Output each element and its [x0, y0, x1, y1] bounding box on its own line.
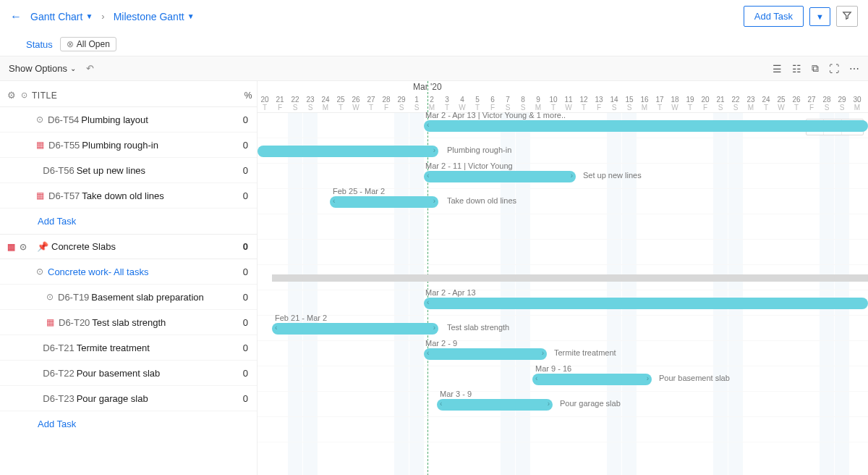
task-pct: 0: [243, 241, 248, 252]
task-pct: 0: [243, 140, 248, 151]
gantt-bar[interactable]: ‹›: [272, 323, 438, 335]
bar-label: Termite treatment: [554, 348, 616, 357]
task-pct: 0: [243, 292, 248, 303]
task-code: D6-T19: [58, 292, 89, 303]
status-pill[interactable]: ⊗All Open: [60, 37, 116, 51]
task-list-header: ⚙ ⊙ TITLE %: [0, 81, 257, 107]
task-row[interactable]: · D6-T22 Pour basement slab 0: [0, 361, 257, 386]
breadcrumb-gantt-chart[interactable]: Gantt Chart ▼: [30, 11, 93, 22]
task-row[interactable]: ▦ D6-T57 Take down old lines 0: [0, 183, 257, 209]
gantt-bar[interactable]: ‹›: [424, 171, 576, 182]
bar-label: Set up new lines: [583, 171, 642, 180]
task-pct: 0: [243, 342, 248, 353]
task-pct: 0: [243, 266, 248, 277]
task-pct: 0: [243, 114, 248, 125]
gantt-body: Mar 2 - Apr 13 | Victor Young & 1 more..…: [258, 113, 868, 475]
bar-label: Mar 2 - 9: [425, 339, 457, 348]
title-column-header: TITLE: [32, 91, 57, 101]
task-code: D6-T20: [59, 317, 90, 328]
bar-label: Plumbing rough-in: [447, 146, 511, 154]
settings-icon[interactable]: ⚙: [7, 90, 17, 101]
breadcrumb-item1-label: Gantt Chart: [30, 11, 82, 22]
section-row[interactable]: ▦ ⊙ 📌 Concrete Slabs 0: [0, 234, 257, 259]
task-row[interactable]: ⊙ Concrete work- All tasks 0: [0, 259, 257, 285]
view-option-1-icon[interactable]: ☰: [773, 63, 782, 75]
task-code: D6-T54: [48, 114, 79, 125]
fullscreen-icon[interactable]: ⛶: [829, 63, 839, 75]
task-row[interactable]: ▦ D6-T20 Test slab strength 0: [0, 310, 257, 335]
task-row[interactable]: · D6-T21 Termite treatment 0: [0, 335, 257, 361]
show-options-label: Show Options: [9, 63, 67, 74]
task-title: Basement slab preparation: [91, 292, 203, 303]
filter-button[interactable]: [836, 6, 858, 27]
gantt-timeline[interactable]: Mar '20 20T21F22S23S24M25T26W27T28F29S1S…: [258, 81, 868, 475]
month-header: Mar '20: [258, 81, 868, 96]
task-pct: 0: [243, 393, 248, 404]
task-title[interactable]: Concrete work- All tasks: [48, 266, 148, 277]
chevron-icon[interactable]: ⊙: [36, 266, 43, 277]
task-code: D6-T57: [48, 190, 80, 201]
bar-label: Mar 2 - Apr 13 | Victor Young & 1 more..: [425, 111, 566, 119]
gantt-bar[interactable]: ‹›: [437, 399, 553, 411]
bar-label: Mar 2 - Apr 13: [425, 288, 476, 297]
task-pct: 0: [243, 317, 248, 328]
bar-label: Feb 21 - Mar 2: [275, 314, 327, 322]
task-pct: 0: [243, 368, 248, 379]
task-pct: 0: [243, 190, 248, 201]
collapse-icon[interactable]: ⊙: [21, 91, 28, 100]
task-row[interactable]: ▦ D6-T55 Plumbing rough-in 0: [0, 133, 257, 158]
view-option-2-icon[interactable]: ☷: [792, 63, 801, 75]
calendar-icon: ▦: [36, 190, 44, 201]
close-icon[interactable]: ⊗: [67, 39, 74, 49]
status-label[interactable]: Status: [26, 39, 53, 50]
add-task-link[interactable]: Add Task: [0, 411, 257, 437]
gantt-summary-bar[interactable]: [272, 274, 868, 282]
chevron-icon[interactable]: ⊙: [36, 114, 43, 125]
task-row[interactable]: ⊙ D6-T54 Plumbing layout 0: [0, 107, 257, 133]
chart-option-icon[interactable]: ⧉: [812, 62, 819, 75]
gantt-bar[interactable]: ‹›: [532, 374, 652, 385]
breadcrumb-milestone-gantt[interactable]: Milestone Gantt ▼: [114, 11, 195, 22]
task-row[interactable]: · D6-T56 Set up new lines 0: [0, 158, 257, 183]
breadcrumb-separator-icon: ›: [101, 11, 104, 22]
gantt-bar[interactable]: ‹: [424, 120, 868, 132]
gantt-bar[interactable]: ‹›: [424, 348, 547, 360]
pin-icon: 📌: [37, 241, 48, 252]
bar-label: Mar 3 - 9: [440, 390, 472, 398]
collapse-icon[interactable]: ⊙: [20, 242, 27, 252]
gantt-bar[interactable]: ‹: [424, 298, 868, 309]
undo-icon[interactable]: ↶: [86, 63, 94, 74]
status-pill-label: All Open: [77, 39, 110, 49]
calendar-icon: ▦: [36, 140, 44, 150]
task-title: Take down old lines: [82, 190, 163, 201]
gantt-bar[interactable]: ›: [258, 146, 438, 157]
task-title: Plumbing rough-in: [82, 140, 158, 151]
gantt-bar[interactable]: ‹›: [330, 196, 438, 208]
bar-label: Test slab strength: [447, 323, 509, 332]
task-row[interactable]: ⊙ D6-T19 Basement slab preparation 0: [0, 285, 257, 310]
options-bar: Show Options ⌄ ↶ ☰ ☷ ⧉ ⛶ ⋯: [0, 56, 868, 81]
task-code: D6-T55: [48, 140, 80, 151]
bar-label: Mar 2 - 11 | Victor Young: [425, 161, 513, 170]
task-code: D6-T23: [43, 393, 74, 404]
task-pct: 0: [243, 165, 248, 176]
bar-label: Pour garage slab: [560, 399, 621, 408]
show-options-button[interactable]: Show Options ⌄: [9, 63, 76, 74]
add-task-link[interactable]: Add Task: [0, 209, 257, 234]
add-task-button[interactable]: Add Task: [744, 6, 804, 27]
bar-label: Mar 9 - 16: [535, 364, 571, 373]
chevron-icon[interactable]: ⊙: [46, 292, 54, 302]
breadcrumb: ← Gantt Chart ▼ › Milestone Gantt ▼ Add …: [0, 0, 868, 33]
filter-row: Status ⊗All Open: [0, 33, 868, 56]
task-title: Test slab strength: [92, 317, 166, 328]
task-row[interactable]: · D6-T23 Pour garage slab 0: [0, 386, 257, 411]
breadcrumb-item2-label: Milestone Gantt: [114, 11, 184, 22]
task-title: Set up new lines: [77, 165, 145, 176]
bar-label: Pour basement slab: [659, 374, 730, 382]
add-task-dropdown[interactable]: ▼: [809, 7, 830, 26]
bar-label: Take down old lines: [447, 196, 516, 205]
task-title: Plumbing layout: [81, 114, 148, 125]
back-arrow-icon[interactable]: ←: [10, 10, 22, 23]
more-options-icon[interactable]: ⋯: [849, 63, 859, 75]
pct-column-header: %: [244, 91, 252, 101]
